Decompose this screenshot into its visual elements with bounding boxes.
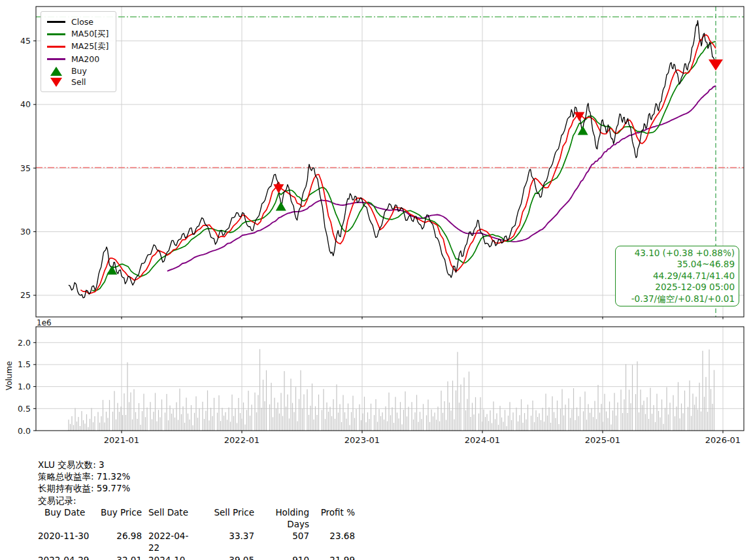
quote-annotation: 43.10 (+0.38 +0.88%) 35.04~46.89 44.29/4… xyxy=(615,246,739,306)
close-line-swatch xyxy=(46,17,66,27)
col-profit: Profit % xyxy=(309,506,355,530)
legend-label: Sell xyxy=(71,77,86,87)
svg-text:2025-01: 2025-01 xyxy=(585,435,620,445)
ma200-line-swatch xyxy=(46,54,66,65)
trade-table-rows: 2020-11-3026.982022-04-2233.3750723.6820… xyxy=(38,530,355,560)
trade-cell: 910 xyxy=(254,554,309,560)
svg-text:2021-01: 2021-01 xyxy=(104,435,139,445)
svg-text:25: 25 xyxy=(20,290,31,300)
svg-text:1.5: 1.5 xyxy=(18,359,31,369)
trade-cell: 26.98 xyxy=(93,530,142,553)
buy-marker-icon xyxy=(46,66,66,76)
svg-text:2024-01: 2024-01 xyxy=(465,435,500,445)
legend-label: MA25[卖] xyxy=(71,41,109,52)
backtest-stats: XLU 交易次数: 3 策略总收益率: 71.32% 长期持有收益: 59.77… xyxy=(38,459,355,560)
svg-text:2022-01: 2022-01 xyxy=(224,435,259,445)
strategy-backtest-figure: 25303540450.00.51.01.52.02021-012022-012… xyxy=(0,0,753,560)
trade-record-title: 交易记录: xyxy=(38,495,355,506)
ma25-line-swatch xyxy=(46,42,66,52)
legend-label: Close xyxy=(71,17,93,27)
svg-text:2.0: 2.0 xyxy=(18,338,31,348)
svg-text:1.0: 1.0 xyxy=(18,382,31,391)
legend-item-close: Close xyxy=(46,16,109,28)
col-buy-date: Buy Date xyxy=(38,506,93,530)
annotation-range-line: 35.04~46.89 xyxy=(620,259,735,270)
col-buy-price: Buy Price xyxy=(93,506,142,530)
annotation-signal-line: -0.37/偏空/+0.81/+0.01 xyxy=(620,293,735,305)
svg-text:0.5: 0.5 xyxy=(18,404,31,414)
svg-text:2026-01: 2026-01 xyxy=(705,435,741,445)
volume-scale-offset-label: 1e6 xyxy=(37,318,52,327)
annotation-price-line: 43.10 (+0.38 +0.88%) xyxy=(620,248,735,259)
trade-count-line: XLU 交易次数: 3 xyxy=(38,459,355,470)
legend-label: Buy xyxy=(71,66,87,76)
trade-cell: 507 xyxy=(254,530,309,553)
trade-cell: 33.37 xyxy=(199,530,254,553)
trade-row: 2020-11-3026.982022-04-2233.3750723.68 xyxy=(38,530,355,553)
annotation-date-line: 2025-12-09 05:00 xyxy=(620,282,735,293)
sell-marker-icon xyxy=(46,77,66,88)
col-sell-price: Sell Price xyxy=(199,506,254,530)
ma50-line-swatch xyxy=(46,29,66,40)
svg-text:40: 40 xyxy=(20,99,31,109)
trade-cell: 21.99 xyxy=(309,554,355,560)
legend-label: MA200 xyxy=(71,54,99,64)
trade-cell: 23.68 xyxy=(309,530,355,553)
volume-axis-label: Volume xyxy=(5,355,14,396)
trade-cell: 39.05 xyxy=(199,554,254,560)
chart-legend: Close MA50[买] MA25[卖] MA200 Buy Sell xyxy=(41,11,116,92)
trade-cell: 2022-04-29 xyxy=(38,554,93,560)
svg-text:35: 35 xyxy=(20,163,31,173)
svg-text:45: 45 xyxy=(20,36,31,46)
trade-cell: 32.01 xyxy=(93,554,142,560)
trade-table-header: Buy Date Buy Price Sell Date Sell Price … xyxy=(38,506,355,530)
trade-row: 2022-04-2932.012024-10-2539.0591021.99 xyxy=(38,554,355,560)
legend-label: MA50[买] xyxy=(71,29,109,40)
col-sell-date: Sell Date xyxy=(142,506,199,530)
legend-item-buy: Buy xyxy=(46,65,109,76)
legend-item-sell: Sell xyxy=(46,76,109,88)
trade-cell: 2020-11-30 xyxy=(38,530,93,553)
trade-cell: 2022-04-22 xyxy=(142,530,199,553)
col-holding-days: Holding Days xyxy=(254,506,309,530)
svg-text:0.0: 0.0 xyxy=(18,426,31,436)
svg-text:30: 30 xyxy=(20,227,31,237)
legend-item-ma25: MA25[卖] xyxy=(46,41,109,53)
trade-cell: 2024-10-25 xyxy=(142,554,199,560)
svg-text:2023-01: 2023-01 xyxy=(344,435,380,445)
legend-item-ma200: MA200 xyxy=(46,53,109,65)
hold-return-line: 长期持有收益: 59.77% xyxy=(38,482,355,494)
strategy-return-line: 策略总收益率: 71.32% xyxy=(38,470,355,482)
legend-item-ma50: MA50[买] xyxy=(46,28,109,41)
annotation-ma-line: 44.29/44.71/41.40 xyxy=(620,271,735,282)
